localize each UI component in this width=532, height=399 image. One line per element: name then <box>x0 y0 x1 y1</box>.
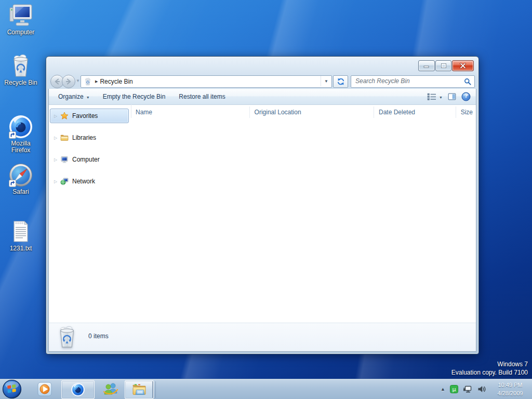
messenger-icon <box>103 381 118 397</box>
sidebar-item-label: Computer <box>72 156 100 163</box>
desktop-icon-label: Safari <box>1 189 41 195</box>
breadcrumb-arrow-icon[interactable]: ▶ <box>95 79 98 84</box>
desktop-icon-safari[interactable]: Safari <box>1 163 41 195</box>
items-count: 0 items <box>88 332 109 340</box>
watermark-line1: Windows 7 <box>451 360 528 368</box>
network-tray-icon[interactable] <box>463 384 472 394</box>
sidebar-item-label: Libraries <box>72 134 96 141</box>
desktop-icon-firefox[interactable]: Mozilla Firefox <box>1 114 41 154</box>
recycle-bin-icon <box>55 325 79 349</box>
organize-button[interactable]: Organize ▼ <box>54 91 95 102</box>
firefox-icon <box>8 114 33 139</box>
star-icon <box>60 112 69 120</box>
breadcrumb[interactable]: Recycle Bin <box>100 78 132 85</box>
minimize-button[interactable] <box>418 60 435 71</box>
desktop-icon-label: Recycle Bin <box>1 79 41 86</box>
computer-icon <box>8 3 33 28</box>
taskbar-media-player-button[interactable] <box>37 382 52 396</box>
back-arrow-icon <box>52 76 62 87</box>
refresh-icon <box>337 77 345 86</box>
computer-icon <box>60 155 69 164</box>
chevron-down-icon: ▼ <box>86 95 90 99</box>
expander-icon[interactable]: ▷ <box>52 114 59 118</box>
chevron-down-icon: ▼ <box>439 95 443 99</box>
sidebar-item-favorites[interactable]: ▷ Favorites <box>50 109 129 123</box>
search-icon[interactable] <box>464 78 471 85</box>
refresh-button[interactable] <box>333 75 348 88</box>
empty-recycle-bin-label: Empty the Recycle Bin <box>103 93 166 100</box>
column-header-date-deleted[interactable]: Date Deleted <box>374 107 456 118</box>
desktop-icon-recycle-bin[interactable]: Recycle Bin <box>1 54 41 86</box>
expander-icon[interactable]: ▷ <box>52 179 59 184</box>
firefox-icon <box>71 382 85 397</box>
windows-logo-icon <box>2 379 22 399</box>
expander-icon[interactable]: ▷ <box>52 136 59 140</box>
desktop-icon-label: 1231.txt <box>1 245 41 252</box>
sidebar-item-computer[interactable]: ▷ Computer <box>50 152 129 167</box>
taskbar: ▲ 10:49 PM 4/28/2009 <box>0 379 532 399</box>
show-hidden-icons-button[interactable]: ▲ <box>441 387 445 392</box>
close-icon <box>460 63 466 69</box>
window-client-area: Organize ▼ Empty the Recycle Bin Restore… <box>48 89 476 352</box>
safari-icon <box>8 163 33 188</box>
column-header-original-location[interactable]: Original Location <box>250 107 374 118</box>
close-button[interactable] <box>452 60 474 71</box>
address-dropdown-button[interactable]: ▼ <box>321 76 331 86</box>
maximize-icon <box>441 63 447 69</box>
change-view-button[interactable]: ▼ <box>427 93 443 100</box>
restore-all-items-label: Restore all items <box>179 93 225 100</box>
network-icon <box>60 177 69 185</box>
column-header-size[interactable]: Size <box>456 107 476 118</box>
taskbar-messenger-button[interactable] <box>103 381 118 397</box>
column-headers: Name Original Location Date Deleted Size <box>131 107 476 118</box>
desktop-icon-txt-file[interactable]: 1231.txt <box>1 219 41 252</box>
column-header-name[interactable]: Name <box>131 107 250 118</box>
expander-icon[interactable]: ▷ <box>52 157 59 162</box>
command-toolbar: Organize ▼ Empty the Recycle Bin Restore… <box>49 89 476 105</box>
evaluation-watermark: Windows 7 Evaluation copy. Build 7100 <box>451 360 528 377</box>
organize-label: Organize <box>58 93 84 100</box>
title-bar[interactable] <box>46 57 478 73</box>
taskbar-explorer-button[interactable] <box>125 380 154 399</box>
start-button[interactable] <box>2 379 22 399</box>
help-button[interactable]: ? <box>461 92 471 101</box>
desktop: µ <box>0 0 532 399</box>
clock-date: 4/28/2009 <box>491 389 529 397</box>
restore-all-items-button[interactable]: Restore all items <box>174 91 230 102</box>
text-file-icon <box>8 219 33 244</box>
maximize-button[interactable] <box>435 60 451 71</box>
media-player-icon <box>37 382 52 396</box>
explorer-folder-icon <box>131 382 147 397</box>
stacked-window-edge <box>152 381 156 398</box>
help-question-mark: ? <box>461 92 471 99</box>
navigation-pane: ▷ Favorites ▷ Libraries ▷ Computer ▷ <box>49 104 131 323</box>
views-icon <box>427 93 436 100</box>
desktop-icon-label: Computer <box>1 29 41 36</box>
desktop-icon-computer[interactable]: Computer <box>1 3 41 36</box>
location-recycle-bin-icon <box>84 77 92 86</box>
volume-tray-icon[interactable] <box>477 384 486 394</box>
file-list-empty[interactable] <box>131 118 476 323</box>
forward-arrow-icon <box>63 76 74 87</box>
sidebar-item-network[interactable]: ▷ Network <box>50 174 129 189</box>
minimize-icon <box>423 63 430 68</box>
preview-pane-icon <box>448 92 456 101</box>
recycle-bin-icon <box>8 54 33 78</box>
watermark-line2: Evaluation copy. Build 7100 <box>451 368 528 377</box>
search-box <box>351 75 475 88</box>
taskbar-clock[interactable]: 10:49 PM 4/28/2009 <box>491 381 529 397</box>
sidebar-item-libraries[interactable]: ▷ Libraries <box>50 130 129 145</box>
recent-pages-dropdown[interactable]: ▼ <box>76 78 80 83</box>
forward-button[interactable] <box>62 75 75 88</box>
empty-recycle-bin-button[interactable]: Empty the Recycle Bin <box>98 91 170 102</box>
address-bar[interactable]: ▶ Recycle Bin ▼ <box>81 75 332 88</box>
chevron-down-icon: ▼ <box>324 79 328 84</box>
explorer-window: ▼ ▶ Recycle Bin ▼ Organize ▼ <box>46 56 479 354</box>
taskbar-firefox-button[interactable] <box>61 380 95 399</box>
details-pane: 0 items <box>49 323 476 351</box>
preview-pane-button[interactable] <box>448 92 456 101</box>
search-input[interactable] <box>351 76 462 86</box>
utorrent-tray-icon[interactable] <box>450 385 458 393</box>
libraries-folder-icon <box>60 134 69 142</box>
shortcut-arrow-icon <box>9 180 16 187</box>
